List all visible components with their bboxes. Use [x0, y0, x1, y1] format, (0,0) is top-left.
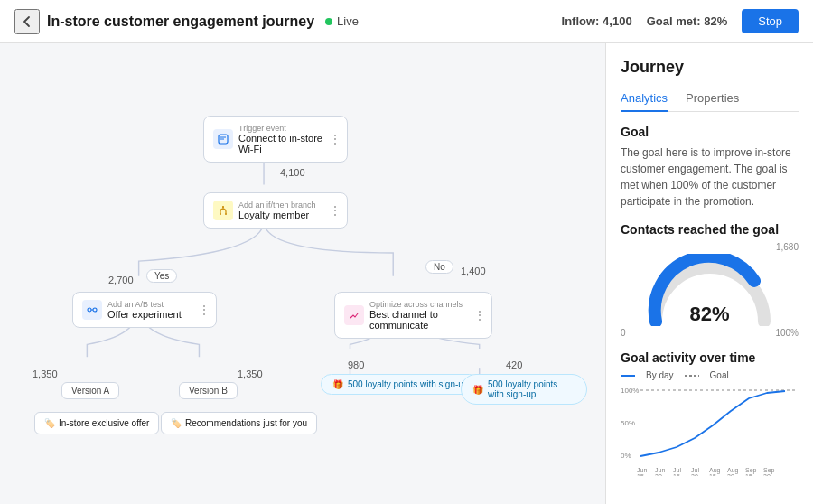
offer-exclusive-icon: 🏷️ [44, 418, 55, 428]
header: In-store customer engagement journey Liv… [0, 0, 813, 43]
branch-node: Add an if/then branch Loyalty member ⋮ [203, 192, 348, 229]
branch-icon [213, 201, 233, 220]
channel-node: Optimize across channels Best channel to… [334, 292, 492, 339]
channel-menu[interactable]: ⋮ [473, 308, 486, 322]
svg-text:Jun: Jun [655, 467, 665, 473]
count-channel-left: 980 [348, 359, 364, 370]
no-badge: No [425, 260, 453, 274]
legend-dashed-icon [685, 375, 699, 377]
contacts-title: Contacts reached the goal [621, 222, 799, 237]
panel-title: Journey [621, 58, 799, 77]
svg-point-6 [220, 213, 221, 215]
stop-button[interactable]: Stop [742, 9, 799, 33]
gauge-labels: 0 100% [621, 328, 799, 338]
live-label: Live [337, 14, 359, 28]
journey-title: In-store customer engagement journey [47, 14, 314, 30]
svg-text:50%: 50% [621, 419, 635, 427]
loyalty-box-1: 🎁 500 loyalty points with sign-up [321, 374, 480, 395]
svg-text:15: 15 [709, 473, 716, 476]
branch-type: Add an if/then branch [238, 201, 316, 210]
count-ab-right: 1,350 [238, 369, 263, 379]
tab-analytics[interactable]: Analytics [621, 86, 668, 112]
svg-point-10 [93, 308, 97, 312]
activity-chart-svg: 100% 50% 0% Jun 15 Jun 30 Jul 15 [621, 386, 799, 476]
goal-section: Goal The goal here is to improve in-stor… [621, 125, 799, 210]
svg-text:30: 30 [763, 473, 771, 476]
gauge-percent: 82% [689, 303, 729, 326]
header-stats: Inflow: 4,100 Goal met: 82% Stop [562, 9, 799, 33]
ab-label: Offer experiment [107, 309, 182, 320]
loyalty-label-1: 500 loyalty points with sign-up [348, 379, 468, 389]
ab-menu[interactable]: ⋮ [198, 303, 210, 317]
live-dot-icon [325, 18, 332, 25]
svg-text:15: 15 [745, 473, 752, 476]
svg-point-7 [225, 213, 227, 215]
channel-text: Optimize across channels Best channel to… [369, 300, 482, 331]
count-ab-left: 1,350 [33, 369, 58, 379]
activity-section: Goal activity over time By day Goal 100%… [621, 350, 799, 480]
goal-text: The goal here is to improve in-store cus… [621, 145, 799, 210]
goal-met-stat: Goal met: 82% [647, 14, 728, 28]
gauge-wrapper: 82% [642, 254, 778, 326]
version-b-badge: Version B [179, 382, 238, 399]
loyalty-box-2: 🎁 500 loyalty points with sign-up [461, 374, 587, 405]
journey-canvas: Trigger event Connect to in-store Wi-Fi … [0, 43, 605, 504]
channel-icon [344, 305, 364, 325]
inflow-label: Inflow: [562, 14, 600, 28]
contacts-section: Contacts reached the goal 1,680 82% 0 [621, 222, 799, 338]
svg-text:0%: 0% [621, 452, 631, 460]
svg-text:15: 15 [637, 473, 644, 476]
loyalty-icon-2: 🎁 [472, 385, 483, 395]
right-panel: Journey Analytics Properties Goal The go… [605, 43, 813, 504]
offer-exclusive: 🏷️ In-store exclusive offer [34, 412, 159, 434]
chart-legend: By day Goal [621, 370, 799, 380]
goal-title: Goal [621, 125, 799, 139]
svg-text:Jul: Jul [691, 467, 699, 473]
tab-properties[interactable]: Properties [686, 86, 739, 112]
gauge-min: 0 [621, 328, 626, 338]
inflow-stat: Inflow: 4,100 [562, 14, 632, 28]
svg-text:30: 30 [727, 473, 734, 476]
count-yes: 2,700 [108, 275, 134, 285]
panel-tabs: Analytics Properties [621, 86, 799, 112]
gauge-top-value: 1,680 [776, 242, 799, 252]
trigger-node: Trigger event Connect to in-store Wi-Fi … [203, 116, 348, 163]
back-button[interactable] [14, 9, 40, 34]
branch-label: Loyalty member [238, 210, 316, 220]
panel-header: Journey Analytics Properties [606, 43, 813, 112]
count-trigger-out: 4,100 [280, 167, 305, 178]
goal-met-value: 82% [704, 14, 727, 28]
journey-flow: Trigger event Connect to in-store Wi-Fi … [18, 61, 587, 486]
loyalty-icon-1: 🎁 [332, 379, 343, 389]
ab-node: Add an A/B test Offer experiment ⋮ [72, 292, 217, 328]
offer-recommendations: 🏷️ Recommendations just for you [161, 412, 317, 434]
goal-met-label: Goal met: [647, 14, 701, 28]
trigger-type: Trigger event [238, 124, 338, 133]
channel-type: Optimize across channels [369, 300, 482, 309]
svg-text:15: 15 [673, 473, 680, 476]
trigger-text: Trigger event Connect to in-store Wi-Fi [238, 124, 338, 154]
count-no: 1,400 [461, 266, 486, 276]
main-content: Trigger event Connect to in-store Wi-Fi … [0, 43, 813, 504]
ab-type: Add an A/B test [107, 300, 182, 309]
offer-exclusive-label: In-store exclusive offer [59, 418, 149, 428]
gauge-container: 1,680 82% 0 100% [621, 242, 799, 338]
channel-label: Best channel to communicate [369, 309, 482, 331]
svg-text:30: 30 [655, 473, 662, 476]
trigger-label: Connect to in-store Wi-Fi [238, 133, 338, 154]
panel-body: Goal The goal here is to improve in-stor… [606, 112, 813, 492]
svg-point-9 [88, 308, 91, 312]
loyalty-label-2: 500 loyalty points with sign-up [488, 379, 575, 399]
yes-badge: Yes [146, 269, 177, 283]
svg-text:Jun: Jun [637, 467, 647, 473]
trigger-menu[interactable]: ⋮ [329, 132, 341, 146]
chart-svg-wrap: 100% 50% 0% Jun 15 Jun 30 Jul 15 [621, 386, 799, 480]
offer-recommendations-label: Recommendations just for you [185, 418, 307, 428]
live-badge: Live [325, 14, 359, 28]
trigger-icon [213, 129, 233, 149]
activity-title: Goal activity over time [621, 350, 799, 365]
svg-text:Jul: Jul [673, 467, 681, 473]
svg-text:100%: 100% [621, 387, 639, 395]
branch-menu[interactable]: ⋮ [329, 203, 341, 218]
legend-goal: Goal [710, 370, 729, 380]
